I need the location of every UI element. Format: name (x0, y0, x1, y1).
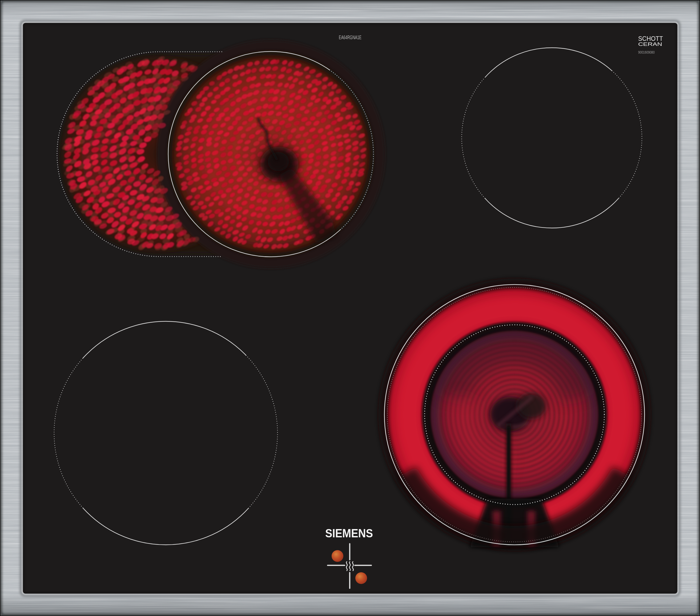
svg-text:EA64RGNA1E: EA64RGNA1E (339, 34, 361, 40)
svg-text:SCHOTT: SCHOTT (638, 35, 663, 42)
svg-text:9001609080: 9001609080 (638, 50, 655, 54)
svg-text:CERAN: CERAN (638, 41, 662, 47)
svg-text:SIEMENS: SIEMENS (325, 527, 373, 540)
